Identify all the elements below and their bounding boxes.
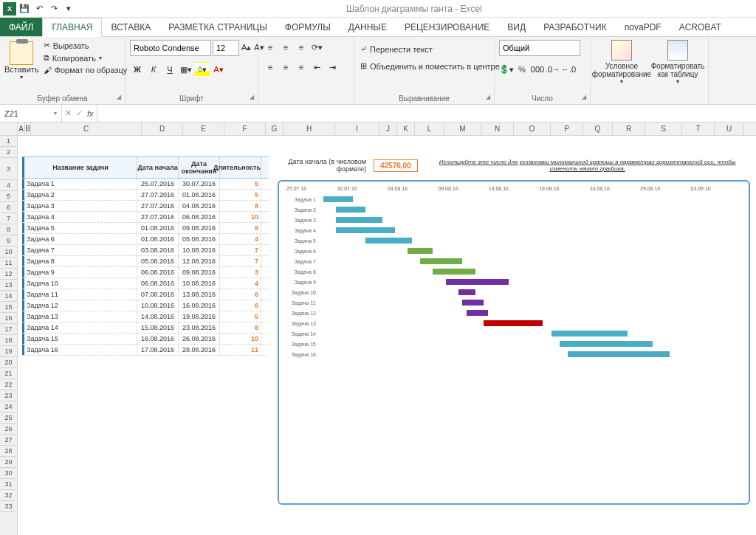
column-header-T[interactable]: T xyxy=(682,122,715,135)
clipboard-launcher-icon[interactable]: ◢ xyxy=(114,94,123,103)
row-header-28[interactable]: 28 xyxy=(0,446,17,457)
task-duration[interactable]: 10 xyxy=(220,212,261,222)
row-header-11[interactable]: 11 xyxy=(0,258,17,269)
column-header-H[interactable]: H xyxy=(284,122,335,135)
task-end[interactable]: 30.07.2016 xyxy=(179,179,220,189)
task-start[interactable]: 07.08.2016 xyxy=(137,289,179,300)
task-row[interactable]: Задача 3 27.07.2016 04.08.2016 8 xyxy=(22,201,269,212)
formula-input[interactable] xyxy=(97,105,756,122)
task-start[interactable]: 25.07.2016 xyxy=(137,179,179,189)
task-start[interactable]: 16.08.2016 xyxy=(137,334,179,344)
row-header-7[interactable]: 7 xyxy=(0,213,17,224)
task-name[interactable]: Задача 7 xyxy=(22,245,137,255)
task-duration[interactable]: 6 xyxy=(220,289,261,300)
column-header-Q[interactable]: Q xyxy=(583,122,613,135)
column-header-G[interactable]: G xyxy=(266,122,284,135)
tab-page-layout[interactable]: РАЗМЕТКА СТРАНИЦЫ xyxy=(159,18,276,36)
task-start[interactable]: 27.07.2016 xyxy=(137,212,179,222)
tab-developer[interactable]: РАЗРАБОТЧИК xyxy=(535,18,616,36)
percent-icon[interactable]: % xyxy=(515,62,529,77)
row-header-16[interactable]: 16 xyxy=(0,313,17,324)
save-icon[interactable]: 💾 xyxy=(18,2,31,15)
row-header-15[interactable]: 15 xyxy=(0,302,17,313)
row-header-30[interactable]: 30 xyxy=(0,468,17,479)
fx-icon[interactable]: fx xyxy=(87,109,94,118)
gantt-bar[interactable] xyxy=(365,238,412,244)
gantt-bar[interactable] xyxy=(467,310,488,316)
gantt-bar[interactable] xyxy=(568,351,669,357)
task-end[interactable]: 09.08.2016 xyxy=(179,267,220,277)
column-header-L[interactable]: L xyxy=(415,122,444,135)
task-duration[interactable]: 4 xyxy=(220,234,261,244)
gantt-bar[interactable] xyxy=(462,300,484,306)
row-header-31[interactable]: 31 xyxy=(0,479,17,490)
number-launcher-icon[interactable]: ◢ xyxy=(580,94,588,103)
gantt-bar[interactable] xyxy=(408,248,433,254)
row-header-6[interactable]: 6 xyxy=(0,202,17,213)
increase-font-icon[interactable]: A▴ xyxy=(241,40,252,55)
name-box[interactable]: Z21▾ xyxy=(0,105,62,122)
task-row[interactable]: Задача 10 06.08.2016 10.08.2016 4 xyxy=(22,278,269,289)
task-end[interactable]: 06.08.2016 xyxy=(179,212,220,222)
gantt-bar[interactable] xyxy=(433,269,475,275)
font-name-input[interactable] xyxy=(130,40,211,56)
tab-formulas[interactable]: ФОРМУЛЫ xyxy=(276,18,340,36)
cells[interactable]: Название задачи Дата начала Дата окончан… xyxy=(18,136,756,535)
task-duration[interactable]: 5 xyxy=(220,311,261,322)
task-duration[interactable]: 5 xyxy=(220,190,261,200)
decrease-indent-icon[interactable]: ⇤ xyxy=(309,60,324,75)
column-header-K[interactable]: K xyxy=(397,122,415,135)
task-start[interactable]: 17.08.2016 xyxy=(137,345,179,355)
task-row[interactable]: Задача 13 14.08.2016 19.08.2016 5 xyxy=(22,311,269,322)
task-name[interactable]: Задача 16 xyxy=(22,345,137,355)
gantt-bar[interactable] xyxy=(560,341,653,347)
font-color-button[interactable]: A▾ xyxy=(211,62,226,77)
task-duration[interactable]: 8 xyxy=(220,223,261,233)
paste-dropdown-icon[interactable]: ▾ xyxy=(20,74,23,80)
format-as-table-button[interactable]: Форматировать как таблицу▾ xyxy=(651,40,704,103)
task-row[interactable]: Задача 4 27.07.2016 06.08.2016 10 xyxy=(22,212,269,223)
task-end[interactable]: 28.08.2016 xyxy=(179,345,220,355)
task-row[interactable]: Задача 8 05.08.2016 12.08.2016 7 xyxy=(22,256,269,267)
task-start[interactable]: 03.08.2016 xyxy=(137,245,179,255)
currency-icon[interactable]: 💲▾ xyxy=(499,62,514,77)
conditional-formatting-button[interactable]: Условное форматирование▾ xyxy=(595,40,648,103)
task-name[interactable]: Задача 8 xyxy=(22,256,137,266)
select-all-corner[interactable] xyxy=(0,122,18,135)
align-left-icon[interactable]: ≡ xyxy=(263,60,278,75)
task-start[interactable]: 27.07.2016 xyxy=(137,201,179,211)
task-end[interactable]: 10.08.2016 xyxy=(179,278,220,289)
task-end[interactable]: 19.08.2016 xyxy=(179,311,220,322)
task-name[interactable]: Задача 15 xyxy=(22,334,137,344)
gantt-bar[interactable] xyxy=(551,331,628,336)
task-name[interactable]: Задача 6 xyxy=(22,234,137,244)
task-start[interactable]: 05.08.2016 xyxy=(137,256,179,266)
task-row[interactable]: Задача 14 15.08.2016 23.08.2016 8 xyxy=(22,322,269,334)
task-start[interactable]: 01.08.2016 xyxy=(137,223,179,233)
task-name[interactable]: Задача 9 xyxy=(22,267,137,277)
row-header-24[interactable]: 24 xyxy=(0,401,17,413)
alignment-launcher-icon[interactable]: ◢ xyxy=(484,94,492,103)
task-start[interactable]: 10.08.2016 xyxy=(137,300,179,311)
column-header-N[interactable]: N xyxy=(481,122,514,135)
align-bottom-icon[interactable]: ≡ xyxy=(294,40,309,55)
gantt-bar[interactable] xyxy=(484,320,543,326)
font-size-input[interactable] xyxy=(213,40,239,56)
task-end[interactable]: 09.08.2016 xyxy=(179,223,220,233)
tab-view[interactable]: ВИД xyxy=(498,18,535,36)
task-end[interactable]: 26.08.2016 xyxy=(179,334,220,344)
column-header-B[interactable]: B xyxy=(25,122,31,135)
task-start[interactable]: 15.08.2016 xyxy=(137,322,179,333)
task-row[interactable]: Задача 1 25.07.2016 30.07.2016 5 xyxy=(22,179,269,190)
task-end[interactable]: 01.08.2016 xyxy=(179,190,220,200)
task-name[interactable]: Задача 11 xyxy=(22,289,137,300)
task-name[interactable]: Задача 14 xyxy=(22,322,137,333)
cancel-formula-icon[interactable]: ✕ xyxy=(65,108,72,118)
column-header-O[interactable]: O xyxy=(514,122,551,135)
row-header-13[interactable]: 13 xyxy=(0,280,17,291)
task-duration[interactable]: 11 xyxy=(220,345,261,355)
tab-file[interactable]: ФАЙЛ xyxy=(0,18,42,36)
task-row[interactable]: Задача 7 03.08.2016 10.08.2016 7 xyxy=(22,245,269,256)
column-header-E[interactable]: E xyxy=(183,122,224,135)
row-header-3[interactable]: 3 xyxy=(0,158,17,180)
